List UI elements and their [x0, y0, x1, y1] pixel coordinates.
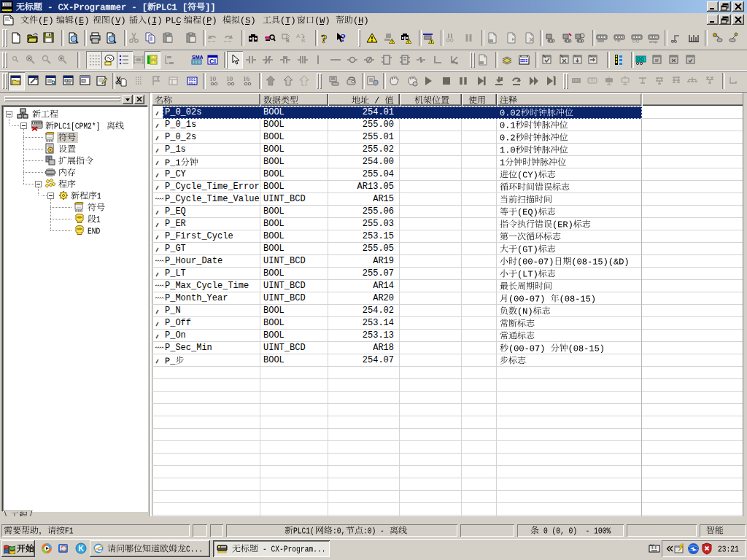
svg-text:K: K: [79, 545, 85, 553]
svg-text:10: 10: [209, 75, 217, 82]
svg-text:B: B: [301, 37, 305, 44]
svg-text:CI: CI: [209, 58, 216, 65]
svg-text:16: 16: [243, 75, 250, 82]
svg-text:cmp: cmp: [649, 39, 658, 44]
svg-text:SMA: SMA: [192, 55, 203, 60]
svg-text:10: 10: [226, 75, 233, 82]
svg-text:?: ?: [341, 33, 346, 44]
svg-text:002: 002: [189, 81, 196, 86]
svg-text:?: ?: [321, 32, 328, 44]
svg-text:A: A: [296, 33, 301, 39]
svg-text:B: B: [286, 38, 290, 43]
